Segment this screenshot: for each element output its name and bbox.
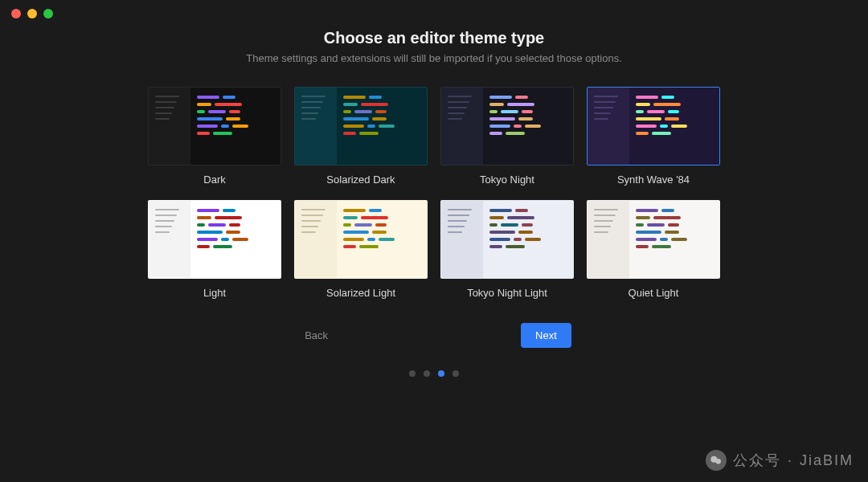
theme-grid: DarkSolarized DarkTokyo NightSynth Wave … bbox=[148, 87, 720, 299]
theme-cell: Dark bbox=[148, 87, 281, 186]
watermark-separator: · bbox=[788, 452, 793, 469]
theme-thumbnail-solarized-dark[interactable] bbox=[294, 87, 428, 165]
thumbnail-sidebar bbox=[295, 201, 337, 278]
theme-cell: Synth Wave '84 bbox=[587, 87, 720, 186]
thumbnail-sidebar bbox=[441, 88, 483, 165]
thumbnail-editor bbox=[337, 201, 427, 278]
theme-label: Tokyo Night Light bbox=[467, 287, 547, 299]
theme-thumbnail-synth-wave-84[interactable] bbox=[587, 87, 720, 165]
thumbnail-editor bbox=[629, 88, 719, 165]
thumbnail-editor bbox=[629, 201, 719, 278]
watermark: 公众号 · JiaBIM bbox=[706, 450, 854, 471]
theme-label: Dark bbox=[203, 174, 225, 186]
pager-dot[interactable] bbox=[424, 370, 430, 377]
back-button[interactable]: Back bbox=[297, 325, 336, 346]
thumbnail-editor bbox=[190, 201, 280, 278]
thumbnail-sidebar bbox=[441, 201, 483, 278]
theme-cell: Tokyo Night bbox=[440, 87, 574, 186]
thumbnail-sidebar bbox=[295, 88, 337, 165]
theme-label: Solarized Light bbox=[326, 287, 395, 299]
theme-cell: Solarized Light bbox=[294, 200, 428, 299]
svg-point-1 bbox=[715, 459, 721, 464]
thumbnail-sidebar bbox=[149, 88, 190, 165]
theme-cell: Quiet Light bbox=[587, 200, 720, 299]
wechat-icon bbox=[706, 450, 727, 471]
theme-thumbnail-solarized-light[interactable] bbox=[294, 200, 428, 279]
page-subtitle: Theme settings and extensions will still… bbox=[246, 52, 622, 64]
wizard-buttons: Back Next bbox=[297, 323, 571, 348]
theme-label: Light bbox=[203, 287, 226, 299]
theme-thumbnail-light[interactable] bbox=[148, 200, 281, 279]
page-title: Choose an editor theme type bbox=[324, 29, 545, 47]
window-titlebar bbox=[0, 0, 868, 27]
theme-label: Tokyo Night bbox=[480, 174, 534, 186]
thumbnail-editor bbox=[483, 201, 573, 278]
theme-thumbnail-quiet-light[interactable] bbox=[587, 200, 720, 279]
theme-thumbnail-tokyo-night-light[interactable] bbox=[440, 200, 574, 279]
window-close-icon[interactable] bbox=[11, 9, 21, 18]
step-pager bbox=[409, 370, 459, 377]
thumbnail-sidebar bbox=[588, 201, 629, 278]
theme-label: Quiet Light bbox=[628, 287, 679, 299]
theme-label: Solarized Dark bbox=[326, 174, 395, 186]
thumbnail-sidebar bbox=[588, 88, 629, 165]
onboarding-content: Choose an editor theme type Theme settin… bbox=[0, 27, 868, 377]
pager-dot[interactable] bbox=[409, 370, 416, 377]
window-zoom-icon[interactable] bbox=[43, 9, 53, 18]
watermark-name: JiaBIM bbox=[800, 452, 854, 469]
pager-dot[interactable] bbox=[438, 370, 444, 377]
thumbnail-editor bbox=[483, 88, 573, 165]
next-button[interactable]: Next bbox=[521, 323, 571, 348]
thumbnail-editor bbox=[190, 88, 280, 165]
thumbnail-sidebar bbox=[149, 201, 190, 278]
theme-thumbnail-tokyo-night[interactable] bbox=[440, 87, 574, 165]
theme-cell: Tokyo Night Light bbox=[440, 200, 574, 299]
watermark-label: 公众号 bbox=[733, 451, 781, 470]
theme-thumbnail-dark[interactable] bbox=[148, 87, 281, 165]
window-minimize-icon[interactable] bbox=[27, 9, 37, 18]
theme-cell: Light bbox=[148, 200, 281, 299]
theme-label: Synth Wave '84 bbox=[617, 174, 690, 186]
thumbnail-editor bbox=[337, 88, 427, 165]
pager-dot[interactable] bbox=[452, 370, 459, 377]
theme-cell: Solarized Dark bbox=[294, 87, 428, 186]
